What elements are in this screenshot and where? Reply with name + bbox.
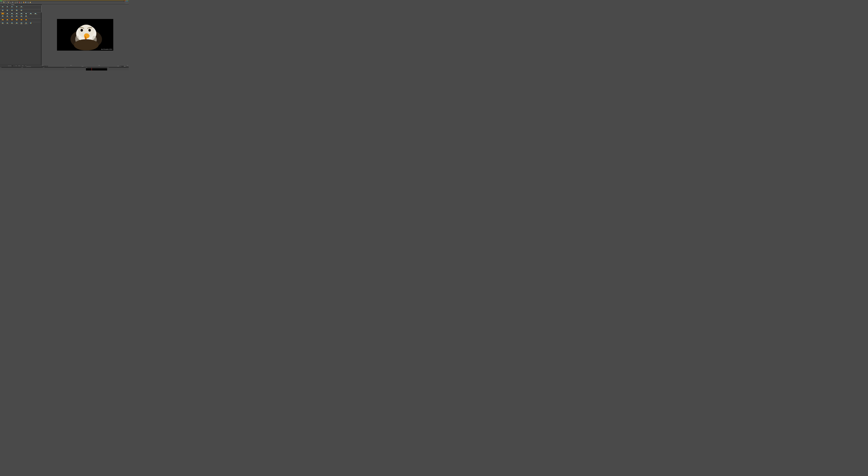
transition-reveal-bottom-to-top[interactable]: Reveal - Bottom to Top [5,13,10,15]
transition-radial-smooth-clockwise[interactable]: Radial Smooth - Clockwise [19,22,24,25]
apply-all-button[interactable]: Apply to All [18,65,21,66]
transition-heart[interactable]: Heart [10,9,14,12]
ribbon-preview[interactable]: ▶️Preview [23,2,25,4]
snapshot-button[interactable]: �split [124,66,125,67]
transition-fade[interactable]: Fade [14,6,19,8]
transition-bounce[interactable]: Bounce [0,13,5,15]
transition-thumb [34,13,37,14]
transition-puzzle[interactable]: Puzzle [10,19,14,21]
next-clip-button[interactable]: ↦ [46,66,47,66]
panel-scrollbar[interactable]: ▲ ▼ [41,5,41,65]
twitter-icon[interactable]: t [127,1,127,1]
ribbon-add-folder[interactable]: 📁Add Folder [7,2,9,4]
menu-dropdown[interactable]: ≡ Menu ▾ [0,1,2,1]
ribbon-sounds[interactable]: 🔊Sounds [21,2,23,4]
transition-slide[interactable]: Slide [24,13,29,15]
transition-thumb [2,13,4,14]
social-links: •• ▶ 👍 f t in ? [124,1,129,1]
transition-reveal-right-to-left[interactable]: Reveal - Right to Left [19,13,24,15]
tab-audio[interactable]: Audio [6,1,8,1]
transition-thumb [25,22,27,24]
transition-label: Wipe - Right to Left [25,17,28,18]
transition-thumb [2,22,4,24]
svg-point-6 [74,39,99,50]
transition-split-horizontal-in[interactable]: Split - Horizontal, In [29,13,33,15]
goto-end-button[interactable]: ▶| [47,66,48,66]
transition-radial-counter-clock-[interactable]: Radial - Counter-Clock… [14,22,19,25]
transition-cross-fade[interactable]: Cross Fade [0,6,5,8]
fullscreen-button[interactable]: ⤢ [126,66,127,67]
transition-split-horizontal-out[interactable]: Split - Horizontal, Out [33,13,38,15]
ribbon-options[interactable]: ⚙️Options [27,2,29,4]
transition-label: Squares [16,20,18,21]
tab-home[interactable]: Home [2,1,4,1]
linkedin-icon[interactable]: in [127,1,128,1]
ribbon-add-blank[interactable]: ▭Add Blank [9,2,12,4]
timeline[interactable]: 5.0 secs⏸2.05.0 secs🔗2.05.0 secs🔗2.05.0 … [0,68,129,70]
transition-split-vertical-in[interactable]: Split - Vertical, In [0,15,5,18]
ribbon-audio[interactable]: 🎚️Audio [16,2,18,4]
buy-online-button[interactable]: Buy Online [125,2,128,3]
delete-button[interactable]: ✕ [125,66,126,67]
transition-thumb [20,22,23,24]
transition-thumb [2,19,4,20]
duration-down-icon[interactable]: ▼ [13,66,14,66]
transition-label: Heart [11,11,12,12]
transition-roll[interactable]: Roll [29,22,33,25]
aspect-ratio-select[interactable]: Default▾ [120,66,124,67]
transition-horizontal-lines[interactable]: Horizontal Lines [5,19,10,21]
transition-split-vertical-out[interactable]: Split - Vertical, Out [5,15,10,18]
ribbon-export[interactable]: ⤴️Export [25,2,27,4]
duration-input[interactable] [12,66,13,66]
tab-suite[interactable]: Suite [8,1,10,1]
ribbon-automate[interactable]: ✨Automate [14,2,16,4]
transition-vertical-lines[interactable]: Vertical Lines [24,19,29,21]
transition-radial-smooth-counter-clock-[interactable]: Radial Smooth - Counter-Clock… [24,22,29,25]
transition-radial-clockwise[interactable]: Radial - Clockwise [10,22,14,25]
ruler-tick: 0:00:25.0 [107,67,109,68]
transition-label: Roll [31,24,31,25]
settings-button[interactable]: Settings [24,65,27,66]
ruler-tick: 0:00:15.0 [64,67,66,68]
sounds-icon: 🔊 [21,2,22,3]
add-photos-icon: 🖼️ [3,2,4,3]
remove-button[interactable]: Remove [21,65,24,66]
transition-fan-bottom-to-top[interactable]: Fan - Bottom to Top [0,22,5,25]
facebook-icon[interactable]: f [126,1,127,1]
ribbon-add-music[interactable]: 🎵Add Music [5,2,7,4]
transition-wipe-left-to-right[interactable]: Wipe - Left to Right [19,15,24,18]
ribbon-add-photos[interactable]: 🖼️Add Photos [2,2,5,4]
ribbon-cloud[interactable]: ☁️Cloud [12,2,14,4]
apply-button[interactable]: Apply [15,65,18,66]
transition-rectangle[interactable]: Rectangle [14,9,19,12]
transition-circle[interactable]: Circle [0,9,5,12]
transition-diamond[interactable]: Diamond [5,9,10,12]
ribbon-add-media[interactable]: ➕Add Media [0,2,2,4]
transition-dissolve-rough[interactable]: Dissolve Rough [10,6,14,8]
transition-dissolve[interactable]: Dissolve [5,6,10,8]
transition-checker-board[interactable]: Checker Board [0,19,5,21]
tab-export[interactable]: Export [4,1,6,1]
scroll-down-icon[interactable]: ▼ [41,65,41,65]
transition-wipe-right-to-left[interactable]: Wipe - Right to Left [24,15,29,18]
transition-squares[interactable]: Squares [14,19,19,21]
transition-wipe-top-to-bottom[interactable]: Wipe - Top to Bottom [14,15,19,18]
transition-fan-top-to-bottom[interactable]: Fan - Top to Bottom [5,22,10,25]
transition-reveal-top-to-bottom[interactable]: Reveal - Top to Bottom [10,13,14,15]
help-icon[interactable]: ? [128,1,129,1]
ribbon-nch-suite[interactable]: 🗂️NCH Suite [29,2,31,4]
dual-preview-button[interactable]: ◫ [127,66,128,67]
transition-star[interactable]: Star [19,9,24,12]
ribbon-narrate[interactable]: 🔴Narrate [19,2,21,4]
play-button[interactable]: ▶ [44,66,45,66]
transition-thumb [16,13,18,14]
transition-reveal-left-to-right[interactable]: Reveal - Left to Right [14,13,19,15]
transition-label: Reveal - Top to Bottom [10,14,14,15]
transition-label: Checker Board [1,20,4,21]
transition-thumb [2,9,4,11]
transition-tetromino[interactable]: Tetromino [19,19,24,21]
svg-rect-26 [86,68,107,70]
transition-fade-through-white[interactable]: Fade through White [19,6,24,8]
transition-wipe-bottom-to-top[interactable]: Wipe - Bottom to Top [10,15,14,18]
clip-eagle[interactable]: Ian Evenden 20145.0 secs [86,68,107,70]
